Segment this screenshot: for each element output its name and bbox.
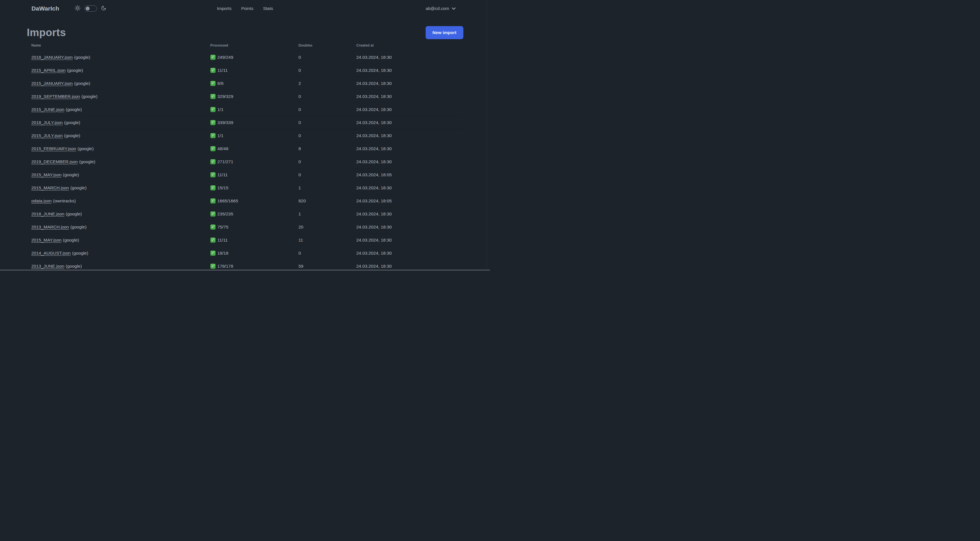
bottom-scrollbar[interactable]	[0, 270, 490, 270]
table-row: 2013_MARCH.json(google)✓75/752024.03.202…	[27, 220, 463, 234]
imports-table: Name Processed Doubles Created at 2018_J…	[27, 40, 463, 270]
table-row: 2014_AUGUST.json(google)✓18/18024.03.202…	[27, 247, 463, 260]
import-source-label: (google)	[66, 264, 82, 268]
doubles-count: 11	[299, 238, 356, 243]
import-file-link[interactable]: 2015_FEBRUARY.json	[32, 146, 76, 151]
table-row: 2018_JUNE.json(google)✓235/235124.03.202…	[27, 207, 463, 220]
table-row: 2019_SEPTEMBER.json(google)✓329/329024.0…	[27, 90, 463, 103]
import-file-link[interactable]: 2015_JUNE.json	[32, 107, 64, 112]
user-email: ab@cd.com	[426, 6, 449, 11]
success-check-icon: ✓	[210, 107, 215, 112]
import-file-link[interactable]: 2018_JUNE.json	[32, 211, 64, 216]
doubles-count: 0	[299, 172, 356, 177]
processed-count: 75/75	[218, 225, 229, 230]
nav-link-stats[interactable]: Stats	[263, 6, 273, 11]
table-row: 2019_DECEMBER.json(google)✓271/271024.03…	[27, 155, 463, 168]
doubles-count: 0	[299, 68, 356, 73]
import-source-label: (google)	[70, 185, 86, 190]
created-at: 24.03.2024, 18:30	[356, 120, 463, 125]
column-header-name: Name	[32, 43, 210, 48]
import-file-link[interactable]: 2019_DECEMBER.json	[32, 159, 78, 164]
created-at: 24.03.2024, 18:30	[356, 225, 463, 230]
import-file-link[interactable]: 2019_SEPTEMBER.json	[32, 94, 80, 99]
import-source-label: (google)	[79, 159, 95, 164]
table-row: 2015_MAY.json(google)✓11/11024.03.2024, …	[27, 168, 463, 181]
table-row: 2018_JANUARY.json(google)✓249/249024.03.…	[27, 51, 463, 64]
import-file-link[interactable]: odata.json	[32, 198, 52, 203]
nav-link-imports[interactable]: Imports	[217, 6, 232, 11]
processed-count: 1/1	[218, 133, 224, 138]
theme-toggle-knob	[86, 6, 90, 11]
import-file-link[interactable]: 2015_JULY.json	[32, 133, 63, 138]
success-check-icon: ✓	[210, 211, 215, 217]
theme-switcher	[75, 5, 107, 12]
theme-toggle[interactable]	[84, 5, 97, 12]
import-file-link[interactable]: 2015_MARCH.json	[32, 185, 69, 190]
app-logo[interactable]: DaWarIch	[32, 5, 59, 12]
doubles-count: 59	[299, 264, 356, 269]
success-check-icon: ✓	[210, 94, 215, 99]
column-header-processed: Processed	[210, 43, 299, 48]
import-file-link[interactable]: 2015_JANUARY.json	[32, 81, 73, 86]
import-source-label: (google)	[77, 146, 94, 151]
created-at: 24.03.2024, 18:30	[356, 251, 463, 256]
table-row: 2015_MARCH.json(google)✓15/15124.03.2024…	[27, 181, 463, 195]
user-menu[interactable]: ab@cd.com	[426, 6, 456, 11]
column-header-doubles: Doubles	[299, 43, 356, 48]
created-at: 24.03.2024, 18:05	[356, 172, 463, 177]
import-file-link[interactable]: 2018_JULY.json	[32, 120, 63, 125]
import-source-label: (google)	[64, 120, 80, 125]
doubles-count: 0	[299, 94, 356, 99]
table-row: 2018_JULY.json(google)✓339/339024.03.202…	[27, 116, 463, 129]
success-check-icon: ✓	[210, 238, 215, 243]
chevron-down-icon	[452, 6, 456, 11]
processed-count: 15/15	[218, 185, 229, 190]
doubles-count: 0	[299, 133, 356, 138]
table-row: 2015_MAY.json(google)✓11/111124.03.2024,…	[27, 234, 463, 247]
import-file-link[interactable]: 2015_MAY.json	[32, 238, 62, 243]
success-check-icon: ✓	[210, 225, 215, 230]
import-source-label: (google)	[72, 251, 88, 255]
success-check-icon: ✓	[210, 251, 215, 256]
import-file-link[interactable]: 2018_JANUARY.json	[32, 55, 73, 60]
sun-icon	[75, 5, 81, 12]
created-at: 24.03.2024, 18:30	[356, 133, 463, 138]
success-check-icon: ✓	[210, 198, 215, 204]
table-row: 2015_APRIL.json(google)✓11/11024.03.2024…	[27, 64, 463, 77]
doubles-count: 1	[299, 211, 356, 217]
created-at: 24.03.2024, 18:30	[356, 81, 463, 86]
import-file-link[interactable]: 2015_APRIL.json	[32, 68, 66, 73]
created-at: 24.03.2024, 18:30	[356, 68, 463, 73]
success-check-icon: ✓	[210, 146, 215, 151]
doubles-count: 1	[299, 185, 356, 190]
success-check-icon: ✓	[210, 172, 215, 177]
processed-count: 235/235	[218, 211, 233, 217]
import-source-label: (google)	[63, 172, 79, 177]
column-header-created-at: Created at	[356, 43, 463, 48]
success-check-icon: ✓	[210, 55, 215, 60]
processed-count: 11/11	[218, 172, 228, 177]
success-check-icon: ✓	[210, 185, 215, 190]
created-at: 24.03.2024, 18:30	[356, 185, 463, 190]
window-right-edge	[487, 0, 487, 270]
import-source-label: (google)	[67, 68, 83, 73]
import-source-label: (google)	[70, 225, 86, 229]
success-check-icon: ✓	[210, 120, 215, 125]
doubles-count: 0	[299, 120, 356, 125]
import-file-link[interactable]: 2014_AUGUST.json	[32, 251, 71, 255]
moon-icon	[101, 5, 107, 12]
import-source-label: (google)	[66, 107, 82, 112]
nav-link-points[interactable]: Points	[241, 6, 253, 11]
main-content: Imports New import Name Processed Double…	[27, 26, 463, 270]
created-at: 24.03.2024, 18:30	[356, 55, 463, 60]
success-check-icon: ✓	[210, 68, 215, 73]
new-import-button[interactable]: New import	[426, 26, 463, 39]
import-file-link[interactable]: 2015_MAY.json	[32, 172, 62, 177]
import-file-link[interactable]: 2013_JUNE.json	[32, 264, 64, 268]
created-at: 24.03.2024, 18:30	[356, 211, 463, 217]
processed-count: 1665/1665	[218, 198, 238, 204]
processed-count: 329/329	[218, 94, 233, 99]
import-source-label: (google)	[64, 133, 80, 138]
doubles-count: 820	[299, 198, 356, 204]
import-file-link[interactable]: 2013_MARCH.json	[32, 225, 69, 229]
